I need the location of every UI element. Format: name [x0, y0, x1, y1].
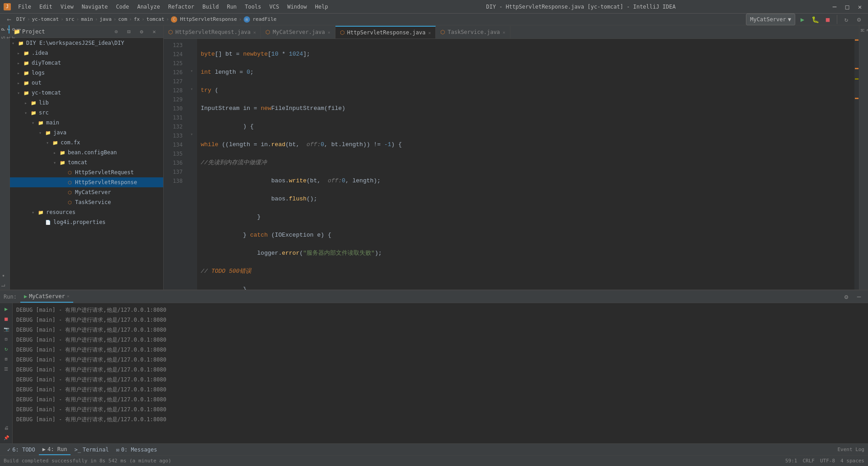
project-settings-btn[interactable]: ⚙	[136, 26, 147, 37]
run-button[interactable]: ▶	[797, 14, 808, 25]
screenshot-btn[interactable]: 📷	[2, 325, 10, 333]
tree-logs[interactable]: ▸ 📁 logs	[10, 68, 163, 78]
event-log-link[interactable]: Event Log	[837, 447, 864, 452]
tree-src[interactable]: ▾ 📁 src	[10, 108, 163, 118]
tree-bean[interactable]: ▸ 📁 bean.configBean	[10, 147, 163, 157]
bc-item-method[interactable]: readFile	[253, 16, 277, 22]
tree-out[interactable]: ▸ 📁 out	[10, 78, 163, 88]
structure-tab[interactable]: Str	[0, 33, 9, 42]
tree-idea[interactable]: ▸ 📁 .idea	[10, 48, 163, 58]
stop-button[interactable]: ■	[822, 14, 833, 25]
learn-tab[interactable]: L	[0, 281, 9, 290]
run-tab-label: MyCatServer	[29, 293, 65, 300]
bc-item-yctomcat[interactable]: yc-tomcat	[32, 16, 59, 22]
minimize-button[interactable]: ─	[830, 3, 839, 10]
tab-httpservletresponse[interactable]: ⬡ HttpServletResponse.java ✕	[335, 26, 436, 38]
close-button[interactable]: ✕	[855, 3, 864, 10]
log-line-2: DEBUG [main] - 有用户进行请求,他是/127.0.0.1:8080	[16, 315, 864, 325]
menu-view[interactable]: View	[57, 3, 77, 11]
menu-run[interactable]: Run	[223, 3, 241, 11]
bc-item-fx[interactable]: fx	[134, 16, 140, 22]
tab-taskservice[interactable]: ⬡ TaskService.java ✕	[436, 26, 510, 38]
maximize-button[interactable]: □	[843, 3, 852, 10]
bottom-panel: Run: ▶ MyCatServer ✕ ⚙ ─ ▶ ■ 📷 ⊟ ↻ ⊞ ☰ 🖨…	[0, 290, 868, 443]
menu-tools[interactable]: Tools	[241, 3, 265, 11]
bc-item-java[interactable]: java	[99, 16, 112, 22]
tab-httpservletresponse-close[interactable]: ✕	[428, 30, 431, 35]
encoding[interactable]: UTF-8	[820, 458, 835, 464]
code-content[interactable]: byte[] bt = new byte[10 * 1024]; int len…	[197, 39, 854, 290]
bc-item-main[interactable]: main	[81, 16, 93, 22]
jump-btn[interactable]: ⊞	[2, 355, 10, 363]
tree-taskservice[interactable]: ▸ ⬡ TaskService	[10, 197, 163, 207]
tree-httpservletresp[interactable]: ▸ ⬡ HttpServletResponse	[10, 177, 163, 187]
run-tab-close[interactable]: ✕	[67, 294, 70, 299]
tab-terminal[interactable]: >_ Terminal	[71, 444, 112, 455]
cursor-position[interactable]: 59:1	[785, 458, 797, 464]
code-editor[interactable]: 123 124 125 126 127 128 129 130 131 132 …	[164, 39, 859, 290]
run-settings-btn[interactable]: ⚙	[841, 291, 852, 302]
menu-edit[interactable]: Edit	[36, 3, 56, 11]
tree-mycatserver[interactable]: ▸ ⬡ MyCatServer	[10, 187, 163, 197]
gutter-line-126: ▾	[186, 66, 197, 75]
menu-file[interactable]: File	[14, 3, 35, 11]
favorites-tab[interactable]: ★	[0, 271, 9, 281]
line-ending[interactable]: CRLF	[802, 458, 815, 464]
tree-httpservletreq[interactable]: ▸ ⬡ HttpServletRequest	[10, 167, 163, 177]
tab-httpservletrequest-close[interactable]: ✕	[253, 30, 256, 35]
tab-run[interactable]: ▶ 4: Run	[39, 444, 71, 455]
tab-mycatserver[interactable]: ⬡ MyCatServer.java ✕	[261, 26, 335, 38]
project-collapse-btn[interactable]: ⊟	[123, 26, 134, 37]
right-tab-maven[interactable]: Mav	[859, 25, 868, 35]
project-sync-btn[interactable]: ⊙	[111, 26, 122, 37]
menu-code[interactable]: Code	[113, 3, 133, 11]
tree-diytomcat[interactable]: ▸ 📁 diyTomcat	[10, 58, 163, 68]
refresh-button[interactable]: ↻	[841, 14, 852, 25]
settings-button[interactable]: ⚙	[854, 14, 864, 25]
gc-btn[interactable]: ↻	[2, 345, 10, 353]
menu-vcs[interactable]: VCS	[266, 3, 283, 11]
print-btn[interactable]: 🖨	[2, 423, 10, 432]
bc-item-tomcat[interactable]: tomcat	[146, 16, 165, 22]
stop-btn[interactable]: ■	[2, 315, 10, 323]
menu-build[interactable]: Build	[199, 3, 222, 11]
gutter-line-125	[186, 57, 197, 66]
scroll-indicator[interactable]	[854, 39, 859, 290]
back-button[interactable]: ←	[4, 14, 14, 25]
tree-resources[interactable]: ▾ 📁 resources	[10, 207, 163, 217]
tree-java[interactable]: ▾ 📁 java	[10, 128, 163, 138]
run-tab-mycatserver[interactable]: ▶ MyCatServer ✕	[20, 290, 73, 303]
project-tab[interactable]: Proj	[0, 25, 9, 33]
menu-analyze[interactable]: Analyze	[133, 3, 164, 11]
menu-refactor[interactable]: Refactor	[165, 3, 198, 11]
tree-lib[interactable]: ▸ 📁 lib	[10, 98, 163, 108]
bc-item-com[interactable]: com	[118, 16, 127, 22]
tree-yctomcat[interactable]: ▾ 📁 yc-tomcat	[10, 88, 163, 98]
project-close-btn[interactable]: ✕	[149, 26, 160, 37]
bc-item-src[interactable]: src	[66, 16, 75, 22]
menu-window[interactable]: Window	[283, 3, 310, 11]
tab-todo[interactable]: ✓ 6: TODO	[4, 444, 39, 455]
tree-tomcatpkg[interactable]: ▾ 📁 tomcat	[10, 157, 163, 167]
server-selector[interactable]: MyCatServer ▼	[746, 14, 795, 25]
tab-messages[interactable]: ✉ 0: Messages	[113, 444, 161, 455]
tree-root[interactable]: ▾ 📁 DIY E:\workspacesJ2SE_idea\DIY	[10, 38, 163, 48]
tree-comfx[interactable]: ▾ 📁 com.fx	[10, 138, 163, 147]
tab-taskservice-close[interactable]: ✕	[503, 30, 505, 35]
restart-btn[interactable]: ▶	[2, 305, 10, 313]
bc-item-diy[interactable]: DIY	[16, 16, 25, 22]
bc-item-class[interactable]: HttpServletResponse	[180, 16, 237, 22]
indent-info[interactable]: 4 spaces	[840, 458, 864, 464]
tree-log4j[interactable]: ▸ 📄 log4i.properties	[10, 217, 163, 227]
tab-mycatserver-close[interactable]: ✕	[328, 30, 330, 35]
filter-btn[interactable]: ☰	[2, 365, 10, 373]
scroll-lock-btn[interactable]: ⊟	[2, 335, 10, 343]
menu-help[interactable]: Help	[311, 3, 332, 11]
pin-btn[interactable]: 📌	[2, 433, 10, 442]
tree-java-label: java	[53, 129, 66, 136]
tree-main[interactable]: ▾ 📁 main	[10, 118, 163, 128]
debug-button[interactable]: 🐛	[810, 14, 821, 25]
menu-navigate[interactable]: Navigate	[78, 3, 112, 11]
run-minimize-btn[interactable]: ─	[854, 291, 864, 302]
tab-httpservletrequest[interactable]: ⬡ HttpServletRequest.java ✕	[164, 26, 261, 38]
